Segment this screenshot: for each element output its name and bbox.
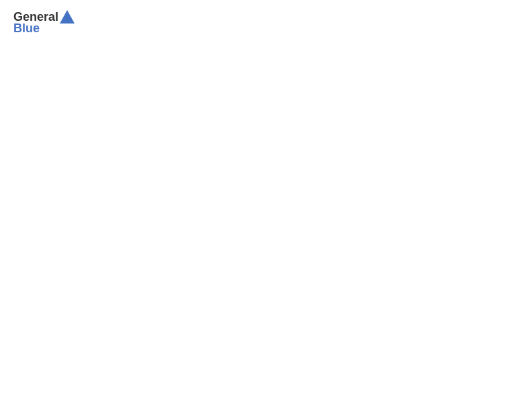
header: General Blue	[13, 10, 519, 36]
logo: General Blue	[13, 10, 75, 36]
logo-blue-text: Blue	[13, 21, 40, 36]
logo-icon	[60, 10, 75, 24]
svg-marker-0	[60, 10, 75, 24]
